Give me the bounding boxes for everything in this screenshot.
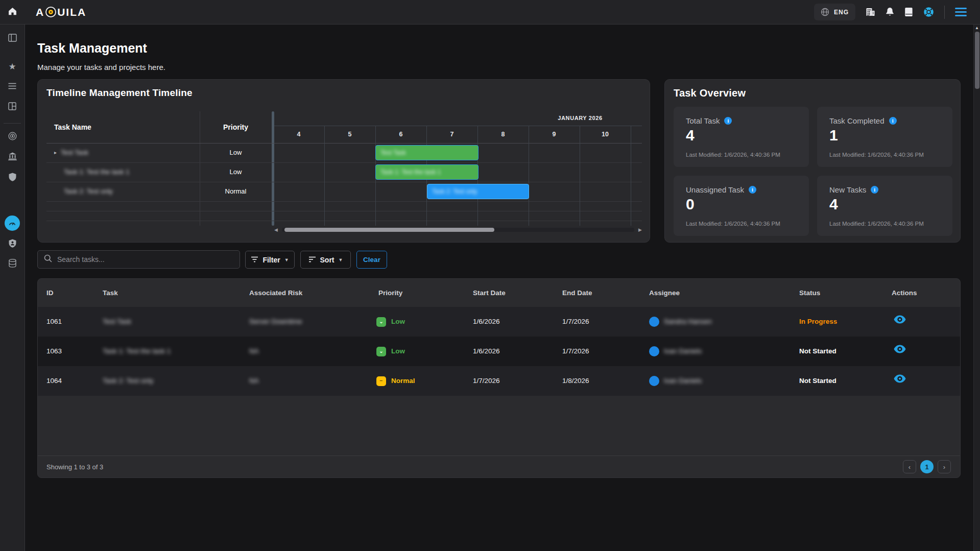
priority-dropdown-icon[interactable]: ⌄ bbox=[376, 347, 386, 356]
layout-grid-icon bbox=[8, 102, 16, 112]
gantt-task-row[interactable]: Task 1: Test the task 1 bbox=[54, 162, 200, 182]
info-icon[interactable]: i bbox=[889, 117, 897, 125]
gantt-task-row[interactable]: ▸ Test Task bbox=[54, 143, 200, 162]
gantt-task-row[interactable]: Task 2: Test only bbox=[54, 182, 200, 201]
header-actions: Actions bbox=[892, 279, 917, 307]
cell-actions bbox=[894, 366, 906, 396]
timeline-title: Timeline Management Timeline bbox=[46, 87, 193, 99]
header-risk: Associated Risk bbox=[249, 279, 302, 307]
sidebar-item-panels[interactable] bbox=[0, 30, 25, 47]
info-icon[interactable]: i bbox=[749, 186, 756, 194]
sidebar-item-shield[interactable] bbox=[0, 169, 25, 186]
sidebar-item-dashboard-active[interactable] bbox=[0, 214, 25, 232]
docs-icon[interactable] bbox=[904, 7, 913, 17]
header-status: Status bbox=[799, 279, 820, 307]
menu-icon[interactable] bbox=[955, 8, 967, 16]
view-icon[interactable] bbox=[894, 337, 906, 366]
cell-task: Test Task bbox=[103, 307, 131, 337]
card-label: New Tasks bbox=[829, 185, 866, 194]
pagination: ‹ 1 › bbox=[903, 460, 951, 473]
cell-id: 1061 bbox=[46, 307, 62, 337]
cell-assignee: Ivan Daniels bbox=[649, 366, 702, 396]
help-icon[interactable] bbox=[923, 7, 934, 17]
page-subtitle: Manage your tasks and projects here. bbox=[37, 63, 165, 71]
avatar bbox=[649, 376, 659, 386]
scroll-left-icon[interactable]: ◀ bbox=[274, 227, 278, 232]
view-icon[interactable] bbox=[894, 307, 906, 337]
target-icon bbox=[8, 132, 17, 142]
priority-dropdown-icon[interactable]: − bbox=[376, 376, 386, 386]
gantt-bar[interactable]: Task 1: Test the task 1 bbox=[375, 164, 479, 180]
timeline-panel: Timeline Management Timeline Task Name P… bbox=[37, 79, 650, 243]
cell-id: 1064 bbox=[46, 366, 62, 396]
header-task: Task bbox=[103, 279, 118, 307]
gantt-day-label: 5 bbox=[324, 126, 375, 143]
scrollbar-thumb[interactable] bbox=[975, 32, 979, 89]
search-box[interactable] bbox=[37, 250, 240, 269]
table-row[interactable]: 1063 Task 1: Test the task 1 NA ⌄ Low 1/… bbox=[38, 337, 960, 366]
logo-q-icon bbox=[45, 7, 56, 17]
sidebar-item-favorites[interactable]: ★ bbox=[0, 58, 25, 75]
task-overview-panel: Task Overview Total Taski 4 Last Modifie… bbox=[664, 79, 961, 243]
priority-dropdown-icon[interactable]: ⌄ bbox=[376, 317, 386, 327]
scroll-up-icon[interactable]: ▲ bbox=[974, 26, 980, 30]
page-scrollbar[interactable]: ▲ bbox=[973, 25, 980, 551]
sidebar-item-institution[interactable] bbox=[0, 149, 25, 166]
cell-risk: NA bbox=[249, 337, 259, 366]
info-icon[interactable]: i bbox=[724, 117, 732, 125]
sort-icon bbox=[308, 256, 316, 264]
database-icon bbox=[9, 259, 16, 270]
task-table: ID Task Associated Risk Priority Start D… bbox=[37, 278, 961, 478]
sidebar-item-target[interactable] bbox=[0, 128, 25, 146]
gantt-task-name: Test Task bbox=[61, 143, 88, 162]
star-icon: ★ bbox=[8, 61, 16, 72]
gantt-bar[interactable]: Task 2: Test only bbox=[427, 184, 529, 199]
gantt-bar-label: Test Task bbox=[380, 149, 406, 156]
gantt-chart: Task Name Priority JANUARY 2026 bbox=[46, 111, 642, 234]
overview-card-new: New Tasksi 4 Last Modified: 1/6/2026, 4:… bbox=[817, 176, 952, 236]
gantt-day-label: 9 bbox=[529, 126, 580, 143]
gantt-task-name: Task 2: Test only bbox=[64, 182, 113, 201]
prev-page-button[interactable]: ‹ bbox=[903, 460, 916, 473]
table-row[interactable]: 1061 Test Task Server Downtime ⌄ Low 1/6… bbox=[38, 307, 960, 337]
card-label: Unassigned Task bbox=[686, 185, 744, 194]
notifications-icon[interactable] bbox=[886, 7, 894, 17]
view-icon[interactable] bbox=[894, 366, 906, 396]
pagination-summary: Showing 1 to 3 of 3 bbox=[46, 456, 103, 478]
gantt-bar[interactable]: Test Task bbox=[375, 145, 479, 160]
gantt-bar-label: Task 2: Test only bbox=[432, 188, 477, 195]
next-page-button[interactable]: › bbox=[938, 460, 951, 473]
cell-priority[interactable]: ⌄ Low bbox=[376, 337, 405, 366]
clear-button[interactable]: Clear bbox=[356, 251, 387, 269]
card-label: Total Task bbox=[686, 116, 720, 125]
home-button[interactable] bbox=[0, 0, 25, 24]
gantt-chart-area: JANUARY 2026 4 5 6 7 8 9 10 Test Task Ta… bbox=[274, 111, 642, 226]
search-input[interactable] bbox=[57, 255, 233, 263]
cell-priority[interactable]: ⌄ Low bbox=[376, 307, 405, 337]
table-row[interactable]: 1064 Task 2: Test only NA − Normal 1/7/2… bbox=[38, 366, 960, 396]
topbar-actions: ENG bbox=[814, 0, 967, 24]
language-selector[interactable]: ENG bbox=[814, 4, 855, 20]
app-logo[interactable]: AUILA bbox=[36, 0, 86, 24]
gantt-horizontal-scrollbar[interactable]: ◀ ▶ bbox=[274, 227, 642, 233]
sidebar-item-list[interactable] bbox=[0, 78, 25, 95]
organization-icon[interactable] bbox=[866, 7, 875, 17]
sidebar-item-admin[interactable] bbox=[0, 235, 25, 253]
cell-priority[interactable]: − Normal bbox=[376, 366, 415, 396]
expand-icon[interactable]: ▸ bbox=[54, 143, 57, 162]
filter-label: Filter bbox=[262, 256, 280, 264]
sort-button[interactable]: Sort ▼ bbox=[300, 251, 351, 269]
cell-end-date: 1/7/2026 bbox=[562, 337, 589, 366]
sidebar-item-database[interactable] bbox=[0, 255, 25, 273]
card-modified: Last Modified: 1/6/2026, 4:40:36 PM bbox=[829, 221, 924, 227]
scrollbar-thumb[interactable] bbox=[284, 228, 494, 232]
sidebar-item-layout[interactable] bbox=[0, 99, 25, 116]
scroll-right-icon[interactable]: ▶ bbox=[638, 227, 642, 232]
cell-end-date: 1/7/2026 bbox=[562, 307, 589, 337]
table-footer: Showing 1 to 3 of 3 ‹ 1 › bbox=[38, 456, 960, 477]
filter-button[interactable]: Filter ▼ bbox=[245, 251, 295, 269]
logo-text-prefix: A bbox=[36, 6, 44, 18]
info-icon[interactable]: i bbox=[871, 186, 878, 194]
current-page-button[interactable]: 1 bbox=[920, 460, 934, 473]
overview-card-completed: Task Completedi 1 Last Modified: 1/6/202… bbox=[817, 107, 952, 167]
